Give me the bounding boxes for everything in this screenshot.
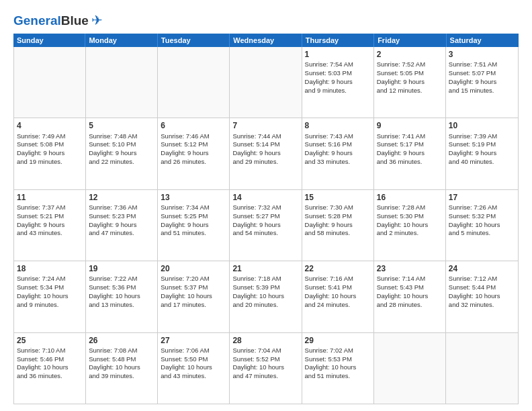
calendar-cell: 11Sunrise: 7:37 AMSunset: 5:21 PMDayligh… <box>14 190 86 261</box>
header-wednesday: Wednesday <box>230 34 302 47</box>
day-number: 2 <box>377 49 443 60</box>
calendar-cell: 26Sunrise: 7:08 AMSunset: 5:48 PMDayligh… <box>86 333 158 404</box>
cell-text: Sunrise: 7:43 AM <box>305 132 371 141</box>
cell-text: Sunset: 5:34 PM <box>17 283 83 292</box>
calendar-cell: 18Sunrise: 7:24 AMSunset: 5:34 PMDayligh… <box>14 261 86 332</box>
cell-text: Daylight: 9 hours <box>161 149 226 158</box>
calendar: Sunday Monday Tuesday Wednesday Thursday… <box>13 34 519 404</box>
cell-text: Sunrise: 7:20 AM <box>161 275 226 283</box>
cell-text: and 9 minutes. <box>305 87 371 95</box>
cell-text: Sunset: 5:43 PM <box>377 283 443 292</box>
cell-text: Sunrise: 7:36 AM <box>89 203 154 212</box>
calendar-cell: 22Sunrise: 7:16 AMSunset: 5:41 PMDayligh… <box>302 261 374 332</box>
cell-text: Sunset: 5:48 PM <box>89 355 154 364</box>
day-number: 17 <box>449 192 515 203</box>
cell-text: Sunrise: 7:48 AM <box>89 132 154 141</box>
cell-text: and 24 minutes. <box>305 301 371 310</box>
cell-text: Sunset: 5:25 PM <box>161 212 226 221</box>
cell-text: Daylight: 9 hours <box>89 221 154 230</box>
day-number: 13 <box>161 192 226 203</box>
logo: GeneralBlue ✈ <box>13 12 103 28</box>
cell-text: and 51 minutes. <box>161 229 226 238</box>
calendar-cell: 9Sunrise: 7:41 AMSunset: 5:17 PMDaylight… <box>374 118 446 189</box>
cell-text: Sunrise: 7:16 AM <box>305 275 371 283</box>
cell-text: and 47 minutes. <box>232 372 298 381</box>
calendar-cell: 23Sunrise: 7:14 AMSunset: 5:43 PMDayligh… <box>374 261 446 332</box>
calendar-cell: 27Sunrise: 7:06 AMSunset: 5:50 PMDayligh… <box>158 333 230 404</box>
day-number: 15 <box>305 192 371 203</box>
cell-text: and 54 minutes. <box>232 229 298 238</box>
cell-text: Daylight: 10 hours <box>377 292 443 301</box>
cell-text: Sunrise: 7:32 AM <box>232 203 298 212</box>
header-saturday: Saturday <box>447 34 519 47</box>
calendar-cell: 21Sunrise: 7:18 AMSunset: 5:39 PMDayligh… <box>230 261 302 332</box>
calendar-cell <box>374 333 446 404</box>
cell-text: Sunrise: 7:44 AM <box>232 132 298 141</box>
calendar-cell: 4Sunrise: 7:49 AMSunset: 5:08 PMDaylight… <box>14 118 86 189</box>
cell-text: Sunset: 5:07 PM <box>449 69 515 78</box>
cell-text: Sunset: 5:16 PM <box>305 140 371 149</box>
cell-text: Sunrise: 7:06 AM <box>161 347 226 355</box>
cell-text: Sunrise: 7:49 AM <box>17 132 83 141</box>
day-number: 20 <box>161 263 226 274</box>
calendar-cell: 1Sunrise: 7:54 AMSunset: 5:03 PMDaylight… <box>302 47 374 118</box>
cell-text: Sunrise: 7:08 AM <box>89 347 154 355</box>
logo-text: GeneralBlue <box>13 14 89 27</box>
cell-text: Daylight: 9 hours <box>89 149 154 158</box>
cell-text: Sunrise: 7:37 AM <box>17 203 83 212</box>
cell-text: and 22 minutes. <box>89 158 154 167</box>
cell-text: Sunset: 5:36 PM <box>89 283 154 292</box>
cell-text: Sunset: 5:23 PM <box>89 212 154 221</box>
calendar-row: 11Sunrise: 7:37 AMSunset: 5:21 PMDayligh… <box>14 190 518 261</box>
calendar-cell: 24Sunrise: 7:12 AMSunset: 5:44 PMDayligh… <box>446 261 518 332</box>
header-tuesday: Tuesday <box>158 34 230 47</box>
cell-text: Daylight: 10 hours <box>89 292 154 301</box>
cell-text: and 15 minutes. <box>449 87 515 95</box>
cell-text: Daylight: 10 hours <box>17 363 83 372</box>
cell-text: Daylight: 9 hours <box>305 149 371 158</box>
cell-text: and 9 minutes. <box>17 301 83 310</box>
day-number: 7 <box>232 120 298 131</box>
cell-text: Daylight: 9 hours <box>449 149 515 158</box>
day-number: 23 <box>377 263 443 274</box>
calendar-cell: 28Sunrise: 7:04 AMSunset: 5:52 PMDayligh… <box>230 333 302 404</box>
logo-bird-icon: ✈ <box>91 12 103 28</box>
cell-text: Sunset: 5:53 PM <box>305 355 371 364</box>
cell-text: Sunset: 5:10 PM <box>89 140 154 149</box>
cell-text: and 19 minutes. <box>17 158 83 167</box>
cell-text: and 5 minutes. <box>449 229 515 238</box>
cell-text: and 29 minutes. <box>232 158 298 167</box>
cell-text: Daylight: 9 hours <box>161 221 226 230</box>
cell-text: and 47 minutes. <box>89 229 154 238</box>
day-number: 8 <box>305 120 371 131</box>
cell-text: Sunset: 5:46 PM <box>17 355 83 364</box>
calendar-cell <box>158 47 230 118</box>
day-number: 14 <box>232 192 298 203</box>
cell-text: Sunset: 5:39 PM <box>232 283 298 292</box>
calendar-cell <box>230 47 302 118</box>
calendar-cell: 3Sunrise: 7:51 AMSunset: 5:07 PMDaylight… <box>446 47 518 118</box>
cell-text: Sunrise: 7:24 AM <box>17 275 83 283</box>
day-number: 22 <box>305 263 371 274</box>
calendar-cell: 20Sunrise: 7:20 AMSunset: 5:37 PMDayligh… <box>158 261 230 332</box>
cell-text: Sunset: 5:41 PM <box>305 283 371 292</box>
calendar-header: Sunday Monday Tuesday Wednesday Thursday… <box>13 34 519 47</box>
day-number: 1 <box>305 49 371 60</box>
cell-text: Daylight: 9 hours <box>17 221 83 230</box>
header-thursday: Thursday <box>302 34 374 47</box>
cell-text: Sunrise: 7:34 AM <box>161 203 226 212</box>
cell-text: Daylight: 9 hours <box>377 149 443 158</box>
cell-text: Daylight: 10 hours <box>449 292 515 301</box>
cell-text: Daylight: 10 hours <box>232 363 298 372</box>
cell-text: and 39 minutes. <box>89 372 154 381</box>
cell-text: Daylight: 9 hours <box>377 78 443 87</box>
calendar-cell: 17Sunrise: 7:26 AMSunset: 5:32 PMDayligh… <box>446 190 518 261</box>
cell-text: Sunrise: 7:02 AM <box>305 347 371 355</box>
cell-text: and 17 minutes. <box>161 301 226 310</box>
cell-text: Sunrise: 7:30 AM <box>305 203 371 212</box>
cell-text: Sunrise: 7:26 AM <box>449 203 515 212</box>
day-number: 11 <box>17 192 83 203</box>
header: GeneralBlue ✈ <box>13 12 519 28</box>
cell-text: Sunset: 5:27 PM <box>232 212 298 221</box>
day-number: 6 <box>161 120 226 131</box>
